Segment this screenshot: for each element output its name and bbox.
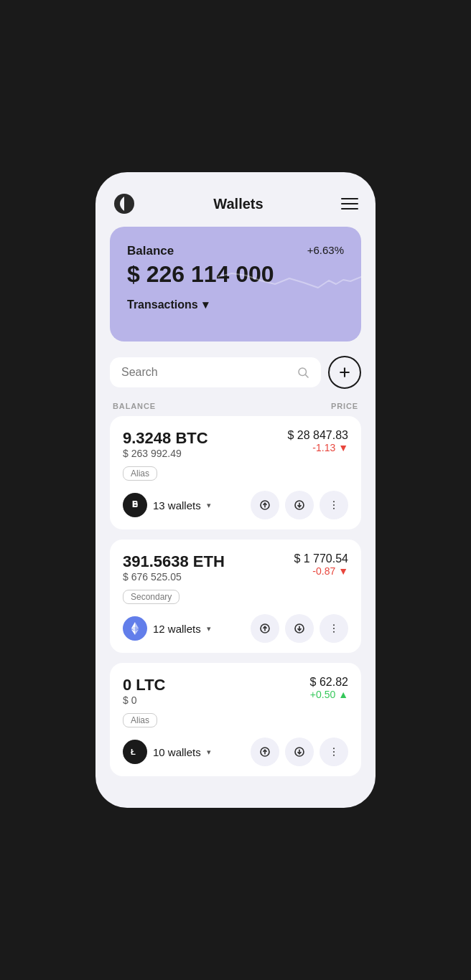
btc-chevron-icon: ▾ [207, 501, 211, 510]
eth-amount: 391.5638 ETH [123, 552, 225, 571]
btc-actions [251, 491, 348, 519]
ltc-amount: 0 LTC [123, 676, 165, 694]
eth-bottom: 12 wallets ▾ [123, 614, 348, 643]
ltc-value: $ 0 [123, 694, 165, 706]
ltc-actions [251, 738, 348, 766]
eth-chevron-icon: ▾ [207, 624, 211, 633]
btc-card: 9.3248 BTC $ 263 992.49 $ 28 847.83 -1.1… [110, 416, 361, 529]
ltc-send-button[interactable] [251, 738, 279, 766]
ltc-receive-button[interactable] [285, 738, 314, 766]
btc-logo [123, 493, 147, 517]
btc-price: $ 28 847.83 [287, 429, 348, 442]
add-wallet-button[interactable] [328, 356, 361, 389]
menu-button[interactable] [341, 198, 358, 209]
eth-price: $ 1 770.54 [294, 552, 348, 565]
eth-receive-button[interactable] [285, 614, 314, 643]
svg-point-31 [333, 751, 335, 753]
receive-icon [294, 623, 305, 634]
send-icon [259, 499, 271, 511]
ltc-wallet-count: 10 wallets [153, 746, 201, 758]
balance-chart [218, 248, 361, 306]
ltc-bottom: Ł 10 wallets ▾ [123, 738, 348, 766]
header: Wallets [95, 187, 376, 227]
search-icon [297, 366, 309, 379]
svg-point-22 [333, 624, 335, 626]
ltc-card: 0 LTC $ 0 $ 62.82 +0.50 ▲ Alias Ł 10 wal… [110, 663, 361, 776]
eth-wallet-count: 12 wallets [153, 623, 201, 635]
btc-send-button[interactable] [251, 491, 279, 519]
balance-label: Balance [127, 244, 174, 258]
price-header: PRICE [331, 402, 358, 410]
ltc-logo: Ł [123, 740, 147, 764]
chevron-down-icon: ▾ [202, 298, 208, 311]
svg-point-30 [333, 748, 335, 749]
more-icon [328, 746, 340, 758]
ltc-change: +0.50 ▲ [310, 689, 348, 700]
svg-point-9 [333, 501, 335, 502]
eth-change: -0.87 ▼ [294, 565, 348, 577]
balance-header: BALANCE [113, 402, 156, 410]
eth-tag: Secondary [123, 590, 179, 604]
svg-point-24 [333, 631, 335, 633]
btc-tag: Alias [123, 466, 157, 481]
eth-wallets[interactable]: 12 wallets ▾ [123, 616, 211, 641]
transactions-label: Transactions [127, 298, 198, 311]
plus-icon [337, 365, 352, 380]
ltc-wallets[interactable]: Ł 10 wallets ▾ [123, 740, 211, 764]
svg-text:Ł: Ł [131, 748, 136, 756]
balance-card: Balance +6.63% $ 226 114 000 Transaction… [110, 227, 361, 341]
receive-icon [294, 499, 305, 511]
phone-container: Wallets Balance +6.63% $ 226 114 000 Tra… [95, 172, 376, 808]
ltc-chevron-icon: ▾ [207, 748, 211, 757]
svg-point-11 [333, 508, 335, 509]
btc-wallet-count: 13 wallets [153, 499, 201, 512]
svg-line-2 [305, 374, 308, 377]
ltc-price: $ 62.82 [310, 676, 348, 689]
svg-point-32 [333, 755, 335, 756]
eth-value: $ 676 525.05 [123, 571, 225, 583]
svg-point-10 [333, 504, 335, 506]
app-logo [113, 192, 136, 215]
page-title: Wallets [213, 196, 263, 212]
btc-value: $ 263 992.49 [123, 448, 208, 459]
btc-wallets[interactable]: 13 wallets ▾ [123, 493, 211, 517]
eth-send-button[interactable] [251, 614, 279, 643]
eth-actions [251, 614, 348, 643]
list-header: BALANCE PRICE [95, 389, 376, 416]
btc-bottom: 13 wallets ▾ [123, 491, 348, 519]
ltc-more-button[interactable] [320, 738, 348, 766]
search-input[interactable] [121, 366, 289, 379]
btc-more-button[interactable] [320, 491, 348, 519]
transactions-button[interactable]: Transactions ▾ [127, 298, 208, 311]
ltc-tag: Alias [123, 713, 157, 727]
eth-logo [123, 616, 147, 641]
svg-point-23 [333, 628, 335, 629]
more-icon [328, 623, 340, 634]
btc-change: -1.13 ▼ [287, 442, 348, 453]
more-icon [328, 499, 340, 511]
svg-point-1 [299, 368, 307, 376]
receive-icon [294, 746, 305, 758]
send-icon [259, 746, 271, 758]
btc-receive-button[interactable] [285, 491, 314, 519]
search-box [110, 357, 321, 387]
btc-amount: 9.3248 BTC [123, 429, 208, 448]
send-icon [259, 623, 271, 634]
eth-card: 391.5638 ETH $ 676 525.05 $ 1 770.54 -0.… [110, 540, 361, 653]
search-row [110, 356, 361, 389]
eth-more-button[interactable] [320, 614, 348, 643]
